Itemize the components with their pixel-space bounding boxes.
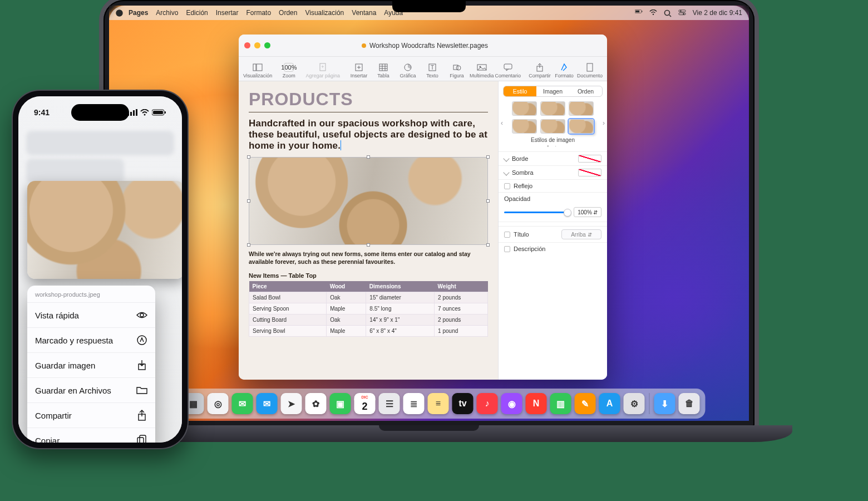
table-row[interactable]: Serving BowlMaple6" x 8" x 4"1 pound: [249, 326, 488, 337]
dock-app-reminders[interactable]: ≣: [403, 393, 425, 414]
dock-app-maps[interactable]: ➤: [281, 393, 302, 414]
table-cell[interactable]: 8.5" long: [366, 303, 435, 315]
table-cell[interactable]: Salad Bowl: [249, 292, 327, 303]
context-option-download[interactable]: Guardar imagen: [27, 353, 155, 378]
resize-handle[interactable]: [247, 155, 250, 159]
table-cell[interactable]: Oak: [327, 315, 366, 326]
dock-app-facetime[interactable]: ▣: [330, 393, 351, 414]
window-titlebar[interactable]: Workshop Woodcrafts Newsletter.pages: [239, 35, 607, 57]
wifi-icon[interactable]: [649, 9, 657, 16]
dock-app-pages[interactable]: ✎: [575, 393, 596, 414]
table-row[interactable]: Serving SpoonMaple8.5" long7 ounces: [249, 303, 488, 315]
resize-handle[interactable]: [486, 155, 490, 159]
doc-heading[interactable]: PRODUCTS: [249, 89, 488, 112]
menu-archivo[interactable]: Archivo: [156, 9, 178, 17]
toolbar-document[interactable]: Documento: [577, 63, 603, 78]
doc-lede[interactable]: Handcrafted in our spacious workshop wit…: [249, 118, 488, 151]
table-cell[interactable]: 15" diameter: [366, 292, 435, 303]
tab-estilo[interactable]: Estilo: [504, 86, 536, 96]
table-cell[interactable]: 2 pounds: [435, 292, 488, 303]
tab-imagen[interactable]: Imagen: [536, 86, 569, 96]
style-thumb[interactable]: [569, 101, 594, 116]
table-cell[interactable]: Oak: [327, 292, 366, 303]
description-row[interactable]: Descripción: [499, 242, 607, 255]
table-cell[interactable]: Serving Spoon: [249, 303, 327, 315]
table-header[interactable]: Weight: [435, 281, 488, 292]
resize-handle[interactable]: [486, 243, 490, 247]
border-row[interactable]: Borde: [499, 151, 607, 165]
opacity-value[interactable]: 100% ⇵: [574, 207, 601, 217]
toolbar-chart[interactable]: Gráfica: [396, 63, 420, 78]
disclosure-icon[interactable]: [503, 155, 509, 161]
doc-image-selected[interactable]: [249, 157, 488, 245]
shadow-swatch[interactable]: [578, 169, 601, 176]
table-cell[interactable]: 14" x 9" x 1": [366, 315, 435, 326]
menu-visualizacion[interactable]: Visualización: [305, 9, 344, 17]
doc-table[interactable]: Piece Wood Dimensions Weight Salad BowlO…: [249, 281, 488, 337]
title-checkbox[interactable]: [504, 232, 510, 238]
dock-app-photos[interactable]: ✿: [305, 393, 327, 414]
toolbar-insert[interactable]: Insertar: [347, 63, 371, 78]
table-header[interactable]: Dimensions: [366, 281, 435, 292]
shadow-row[interactable]: Sombra: [499, 165, 607, 179]
resize-handle[interactable]: [367, 155, 370, 159]
toolbar-add-page[interactable]: +Agregar página: [305, 63, 340, 78]
table-cell[interactable]: Serving Bowl: [249, 326, 327, 337]
toolbar-media[interactable]: Multimedia: [470, 63, 494, 78]
opacity-slider[interactable]: [504, 212, 570, 213]
doc-body[interactable]: While we're always trying out new forms,…: [249, 250, 488, 266]
tab-orden[interactable]: Orden: [569, 86, 602, 96]
context-option-copy[interactable]: Copiar: [27, 428, 155, 443]
styles-next-icon[interactable]: ›: [603, 119, 605, 127]
table-cell[interactable]: 2 pounds: [435, 315, 488, 326]
context-option-markup[interactable]: Marcado y respuesta: [27, 328, 155, 353]
table-row[interactable]: Salad BowlOak15" diameter2 pounds: [249, 292, 488, 303]
menu-orden[interactable]: Orden: [279, 9, 297, 17]
title-position-dropdown[interactable]: Arriba⇵: [561, 229, 601, 239]
table-cell[interactable]: 1 pound: [435, 326, 488, 337]
dock-app-downloads[interactable]: ⬇: [654, 393, 675, 414]
toolbar-text[interactable]: TTexto: [421, 63, 444, 78]
app-menu[interactable]: Pages: [129, 9, 148, 17]
context-option-eye[interactable]: Vista rápida: [27, 303, 155, 328]
dock-app-contacts[interactable]: ☰: [379, 393, 400, 414]
table-cell[interactable]: Cutting Board: [249, 315, 327, 326]
resize-handle[interactable]: [247, 243, 250, 247]
dock-app-appstore[interactable]: A: [599, 393, 620, 414]
border-swatch[interactable]: [578, 155, 601, 163]
spotlight-icon[interactable]: [664, 9, 672, 16]
toolbar-zoom[interactable]: 100%Zoom: [273, 63, 304, 78]
table-cell[interactable]: Maple: [327, 303, 366, 315]
table-cell[interactable]: 6" x 8" x 4": [366, 326, 435, 337]
control-center-icon[interactable]: [678, 9, 686, 16]
close-button[interactable]: [244, 42, 250, 48]
title-row[interactable]: TítuloArriba⇵: [499, 226, 607, 242]
dock-app-messages[interactable]: ✉: [232, 393, 253, 414]
description-checkbox[interactable]: [504, 246, 510, 252]
style-thumb[interactable]: [540, 119, 565, 134]
reflect-checkbox[interactable]: [504, 183, 510, 189]
dock-app-news[interactable]: N: [526, 393, 547, 414]
toolbar-shape[interactable]: Figura: [445, 63, 468, 78]
reflect-row[interactable]: Reflejo: [499, 179, 607, 192]
iphone-image-preview[interactable]: [27, 181, 182, 279]
table-header[interactable]: Wood: [327, 281, 366, 292]
apple-menu-icon[interactable]: [116, 9, 123, 17]
context-option-folder[interactable]: Guardar en Archivos: [27, 378, 155, 403]
dock-app-trash[interactable]: 🗑: [679, 393, 700, 414]
context-option-share[interactable]: Compartir: [27, 403, 155, 428]
menu-formato[interactable]: Formato: [246, 9, 271, 17]
minimize-button[interactable]: [254, 42, 260, 48]
table-cell[interactable]: 7 ounces: [435, 303, 488, 315]
table-cell[interactable]: Maple: [327, 326, 366, 337]
style-thumb-selected[interactable]: [569, 119, 594, 134]
style-thumb[interactable]: [512, 101, 537, 116]
dock-app-mail[interactable]: ✉: [257, 393, 278, 414]
document-canvas[interactable]: PRODUCTS Handcrafted in our spacious wor…: [239, 81, 498, 380]
toolbar-comment[interactable]: Comentario: [495, 63, 521, 78]
dock-app-calendar[interactable]: DIC2: [354, 393, 376, 414]
fullscreen-button[interactable]: [264, 42, 270, 48]
dock-app-numbers[interactable]: ▥: [550, 393, 571, 414]
resize-handle[interactable]: [247, 199, 250, 203]
dock-app-tv[interactable]: tv: [452, 393, 474, 414]
